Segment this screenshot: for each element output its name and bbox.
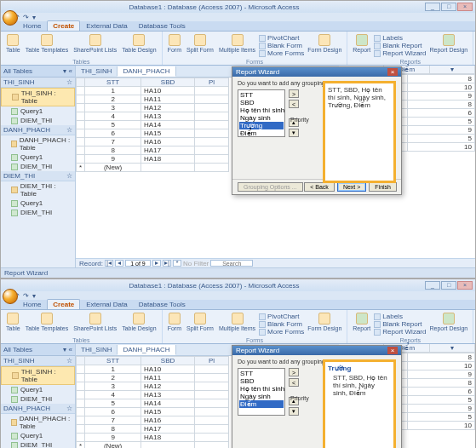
ribbon-report[interactable]: Report (351, 312, 372, 336)
object-tab-thi-sinh[interactable]: THI_SINH (76, 345, 118, 354)
ribbon-table-design[interactable]: Table Design (120, 312, 158, 336)
wizard-close-icon[interactable]: × (387, 68, 398, 76)
tab-home[interactable]: Home (18, 21, 46, 31)
qat-more-icon[interactable]: ▾ (32, 14, 39, 20)
ribbon-more-forms[interactable]: More Forms (259, 328, 304, 336)
ribbon-table-templates[interactable]: Table Templates (24, 33, 70, 58)
minimize-button[interactable]: _ (425, 3, 440, 11)
ribbon-labels[interactable]: Labels (374, 313, 426, 320)
nav-group-thi-sinh[interactable]: THI_SINH☆ (1, 78, 75, 88)
wizard-close-icon[interactable]: × (387, 347, 398, 354)
ribbon-form-design[interactable]: Form Design (306, 312, 343, 336)
nav-group-danh-phach[interactable]: DANH_PHACH☆ (1, 404, 75, 414)
wizard-add-button[interactable]: > (289, 89, 299, 98)
ribbon-pivotchart[interactable]: PivotChart (259, 313, 304, 320)
nav-last-icon[interactable]: ▸| (163, 260, 171, 267)
ribbon-blank-report[interactable]: Blank Report (374, 42, 426, 49)
ribbon-table[interactable]: Table (4, 33, 22, 58)
close-button[interactable]: × (457, 3, 473, 11)
ribbon-report[interactable]: Report (351, 33, 372, 58)
wizard-field-list[interactable]: STTSBDHọ tên thí sinhNgày sinhĐiểm (238, 368, 285, 416)
nav-item[interactable]: Query1 (1, 385, 75, 394)
nav-group-thi-sinh[interactable]: THI_SINH☆ (1, 356, 75, 366)
ribbon-blank-form[interactable]: Blank Form (259, 42, 304, 49)
wizard-back-button[interactable]: < Back (304, 182, 335, 192)
ribbon-form[interactable]: Form (166, 312, 183, 336)
nav-group-danh-phach[interactable]: DANH_PHACH☆ (1, 125, 75, 135)
ribbon-sharepoint[interactable]: SharePoint Lists (72, 33, 118, 58)
object-tab-danh-phach[interactable]: DANH_PHACH (118, 66, 175, 77)
nav-item-query1[interactable]: Query1 (1, 106, 75, 116)
ribbon-multiple-items[interactable]: Multiple Items (217, 312, 257, 336)
ribbon-form-design[interactable]: Form Design (306, 33, 343, 58)
ribbon-split-form[interactable]: Split Form (185, 312, 215, 336)
navigation-pane: All Tables▾ « THI_SINH☆ THI_SINH : Table… (1, 66, 76, 267)
tab-create[interactable]: Create (47, 299, 80, 309)
wizard-priority-down[interactable]: ▾ (289, 407, 299, 416)
ribbon-report-wizard[interactable]: Report Wizard (374, 328, 426, 336)
ribbon-multiple-items[interactable]: Multiple Items (217, 33, 257, 58)
ribbon-labels[interactable]: Labels (374, 34, 426, 42)
wizard-finish-button[interactable]: Finish (369, 182, 397, 192)
nav-item-diem-thi-table[interactable]: DIEM_THI : Table (1, 181, 75, 198)
nav-item-query1-3[interactable]: Query1 (1, 198, 75, 208)
ribbon-report-design[interactable]: Report Design (427, 33, 469, 58)
ribbon-blank-report[interactable]: Blank Report (374, 320, 426, 328)
office-orb-button[interactable] (3, 289, 18, 304)
nav-prev-icon[interactable]: ◂ (115, 260, 123, 267)
nav-item[interactable]: DANH_PHACH : Table (1, 414, 75, 431)
maximize-button[interactable]: □ (441, 3, 456, 11)
nav-item[interactable]: THI_SINH : Table (1, 366, 75, 385)
tab-database-tools[interactable]: Database Tools (134, 300, 191, 309)
nav-item[interactable]: DIEM_THI (1, 394, 75, 404)
tab-external-data[interactable]: External Data (81, 300, 132, 309)
nav-item-thi-sinh-table[interactable]: THI_SINH : Table (1, 88, 75, 106)
nav-header[interactable]: All Tables▾ « (1, 344, 75, 356)
nav-header[interactable]: All Tables▾ « (1, 66, 75, 78)
tab-home[interactable]: Home (18, 300, 46, 309)
nav-item[interactable]: DIEM_THI (1, 440, 75, 448)
nav-first-icon[interactable]: |◂ (105, 260, 113, 267)
ribbon-split-form[interactable]: Split Form (185, 33, 215, 58)
ribbon-table-design[interactable]: Table Design (120, 33, 158, 58)
wizard-field-list[interactable]: STTSBDHọ tên thí sinhNgày sinhTrườngĐiểm (238, 89, 285, 137)
nav-item-diem-thi-q2[interactable]: DIEM_THI (1, 162, 75, 171)
wizard-add-button[interactable]: > (289, 368, 299, 376)
nav-new-icon[interactable]: * (173, 260, 181, 267)
tab-create[interactable]: Create (47, 20, 80, 31)
object-tab-danh-phach[interactable]: DANH_PHACH (118, 345, 175, 355)
nav-next-icon[interactable]: ▸ (152, 260, 161, 267)
office-orb-button[interactable] (3, 10, 18, 26)
nav-item-diem-thi-q3[interactable]: DIEM_THI (1, 208, 75, 217)
tab-external-data[interactable]: External Data (81, 21, 132, 31)
ribbon-pivotchart[interactable]: PivotChart (259, 34, 304, 42)
minimize-button[interactable]: _ (425, 281, 440, 290)
nav-item-danh-phach-table[interactable]: DANH_PHACH : Table (1, 135, 75, 152)
qat-redo-icon[interactable]: ↷ (23, 292, 30, 299)
qat-redo-icon[interactable]: ↷ (23, 14, 30, 20)
search-input[interactable] (210, 260, 253, 267)
nav-item-diem-thi-q[interactable]: DIEM_THI (1, 116, 75, 125)
ribbon-more-forms[interactable]: More Forms (259, 49, 304, 57)
ribbon-form[interactable]: Form (166, 33, 183, 58)
nav-item-query1-2[interactable]: Query1 (1, 152, 75, 162)
object-tab-thi-sinh[interactable]: THI_SINH (76, 66, 118, 76)
close-button[interactable]: × (457, 281, 473, 290)
nav-group-diem-thi[interactable]: DIEM_THI☆ (1, 171, 75, 181)
tab-database-tools[interactable]: Database Tools (134, 21, 191, 31)
wizard-priority-down[interactable]: ▾ (289, 129, 299, 137)
ribbon-report-wizard[interactable]: Report Wizard (374, 49, 426, 57)
ribbon-report-design[interactable]: Report Design (427, 312, 469, 336)
maximize-button[interactable]: □ (441, 281, 456, 290)
nav-item[interactable]: Query1 (1, 431, 75, 440)
ribbon-table[interactable]: Table (4, 312, 22, 336)
wizard-remove-button[interactable]: < (289, 378, 299, 387)
chevron-down-icon[interactable]: ▾ « (63, 67, 72, 75)
ribbon-sharepoint[interactable]: SharePoint Lists (72, 312, 118, 336)
wizard-remove-button[interactable]: < (289, 100, 299, 108)
ribbon-table-templates[interactable]: Table Templates (24, 312, 70, 336)
wizard-next-button[interactable]: Next > (337, 182, 366, 192)
record-counter[interactable] (125, 260, 151, 267)
ribbon-blank-form[interactable]: Blank Form (259, 320, 304, 328)
qat-more-icon[interactable]: ▾ (32, 292, 39, 299)
